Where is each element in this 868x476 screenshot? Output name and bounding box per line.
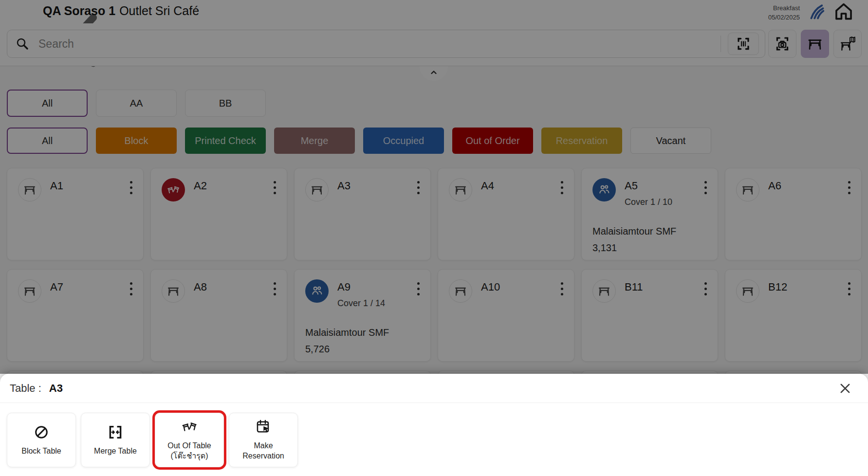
block-icon [33,424,50,440]
sheet-title-label: Table : [10,382,41,395]
action-label: Block Table [21,446,61,457]
make-reservation-button[interactable]: Make Reservation [229,413,298,467]
close-icon [838,381,852,396]
action-label: Merge Table [94,446,137,457]
sheet-actions-row: Block Table Merge Table Out Of Table (โต… [7,413,298,467]
calendar-reservation-icon [255,419,272,435]
table-management-screen: QA Soraso 1Outlet Sri Café Breakfast 05/… [0,0,868,476]
action-label: Make Reservation [233,441,294,461]
sheet-header: Table : A3 [0,374,868,403]
out-of-table-button[interactable]: Out Of Table (โต๊ะชำรุด) [155,413,224,467]
modal-dim-overlay[interactable] [0,0,868,374]
broken-table-icon [181,419,198,435]
block-table-button[interactable]: Block Table [7,413,76,467]
action-label: Out Of Table (โต๊ะชำรุด) [159,441,220,461]
merge-icon [107,424,124,440]
table-actions-sheet: Table : A3 Block Table Merge Table Out O… [0,374,868,476]
selected-table-name: A3 [49,382,63,395]
close-sheet-button[interactable] [836,379,854,398]
merge-table-button[interactable]: Merge Table [81,413,150,467]
